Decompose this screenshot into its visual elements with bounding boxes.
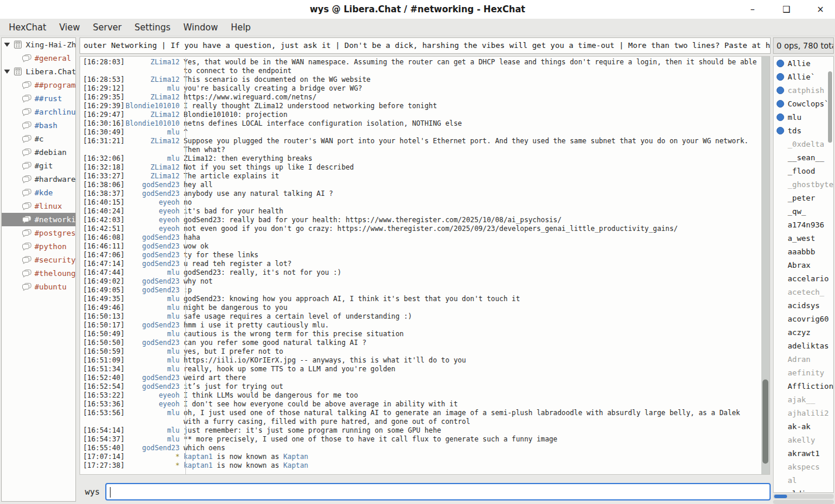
message-nick[interactable]: godSend23: [125, 286, 180, 295]
message-nick[interactable]: *: [125, 461, 180, 470]
userlist-horizontal-scrollbar[interactable]: [773, 494, 834, 499]
tree-channel-row[interactable]: #debian: [2, 146, 75, 159]
message-nick[interactable]: godSend23: [125, 260, 180, 268]
user-list-item[interactable]: acetech_: [774, 285, 833, 299]
user-list-item[interactable]: Cowclops`: [774, 97, 833, 111]
userlist-vertical-scrollbar[interactable]: [828, 57, 833, 493]
tree-channel-row[interactable]: ##rust: [2, 92, 75, 105]
message-nick[interactable]: ZLima12: [125, 58, 180, 67]
userlist-horizontal-scrollbar-track[interactable]: [773, 500, 834, 504]
message-input[interactable]: [105, 483, 771, 500]
tree-channel-row[interactable]: #networking: [2, 213, 75, 226]
user-list-item[interactable]: acovrig60: [774, 312, 833, 326]
message-nick[interactable]: ZLima12: [125, 111, 180, 119]
tree-channel-row[interactable]: #git: [2, 159, 75, 172]
message-nick[interactable]: mlu: [125, 426, 180, 435]
user-list[interactable]: AllieAllie`catphishCowclops`mlutds_0xdel…: [773, 56, 834, 493]
user-list-item[interactable]: mlu: [774, 111, 833, 124]
message-nick[interactable]: Blondie101010: [125, 102, 180, 111]
menu-view[interactable]: View: [53, 20, 87, 35]
maximize-button[interactable]: ❑: [780, 3, 793, 16]
user-list-item[interactable]: akspecs: [774, 460, 833, 474]
user-list-item[interactable]: __sean__: [774, 151, 833, 164]
message-nick[interactable]: ZLima12: [125, 137, 180, 146]
menu-hexchat[interactable]: HexChat: [2, 20, 53, 35]
user-list-item[interactable]: Allie`: [774, 70, 833, 84]
user-list-item[interactable]: aczyz: [774, 326, 833, 339]
user-list-item[interactable]: aefinity: [774, 366, 833, 379]
message-nick[interactable]: eyeoh: [125, 400, 180, 409]
message-nick[interactable]: ZLima12: [125, 172, 180, 181]
user-list-item[interactable]: adeliktas: [774, 339, 833, 353]
message-nick[interactable]: godSend23: [125, 251, 180, 260]
message-nick[interactable]: mlu: [125, 330, 180, 339]
user-list-item[interactable]: akelly: [774, 433, 833, 447]
menu-help[interactable]: Help: [225, 20, 257, 35]
tree-channel-row[interactable]: #general: [2, 51, 75, 65]
user-list-item[interactable]: Allie: [774, 57, 833, 70]
old-nick[interactable]: kaptan1: [184, 453, 213, 461]
message-nick[interactable]: mlu: [125, 365, 180, 374]
message-nick[interactable]: mlu: [125, 435, 180, 444]
user-list-item[interactable]: ajak__: [774, 393, 833, 406]
expander-icon[interactable]: [4, 43, 10, 47]
message-nick[interactable]: godSend23: [125, 242, 180, 251]
user-list-item[interactable]: _ghostbyte: [774, 178, 833, 191]
tree-channel-row[interactable]: ##programming: [2, 78, 75, 92]
menu-window[interactable]: Window: [177, 20, 225, 35]
message-nick[interactable]: ZLima12: [125, 75, 180, 84]
message-nick[interactable]: mlu: [125, 347, 180, 356]
chat-vertical-scrollbar[interactable]: [761, 57, 770, 474]
topic-input[interactable]: outer Networking | If you have a questio…: [80, 37, 771, 54]
user-list-item[interactable]: Affliction: [774, 379, 833, 393]
minimize-button[interactable]: –: [746, 3, 759, 16]
user-list-item[interactable]: Adran: [774, 353, 833, 366]
message-nick[interactable]: eyeoh: [125, 225, 180, 233]
user-list-item[interactable]: ajhalili2: [774, 406, 833, 420]
userlist-hscrollbar-thumb[interactable]: [774, 495, 787, 498]
close-button[interactable]: ×: [814, 3, 827, 16]
message-nick[interactable]: godSend23: [125, 374, 180, 382]
message-nick[interactable]: eyeoh: [125, 207, 180, 216]
user-list-item[interactable]: al: [774, 474, 833, 487]
user-list-item[interactable]: Abrax: [774, 258, 833, 272]
tree-channel-row[interactable]: #bash: [2, 119, 75, 132]
message-nick[interactable]: *: [125, 453, 180, 461]
message-nick[interactable]: godSend23: [125, 444, 180, 453]
server-channel-tree[interactable]: Xing-Hai-Zhang#generalLibera.Chat##progr…: [1, 37, 76, 502]
old-nick[interactable]: kaptan1: [184, 461, 213, 470]
tree-channel-row[interactable]: #kde: [2, 186, 75, 199]
message-nick[interactable]: godSend23: [125, 189, 180, 198]
menu-server[interactable]: Server: [87, 20, 128, 35]
tree-channel-row[interactable]: #c: [2, 132, 75, 146]
message-nick[interactable]: godSend23: [125, 181, 180, 189]
user-list-item[interactable]: akrawt1: [774, 447, 833, 460]
message-nick[interactable]: eyeoh: [125, 198, 180, 207]
tree-server-row[interactable]: Libera.Chat: [2, 65, 75, 78]
message-nick[interactable]: mlu: [125, 84, 180, 93]
tree-channel-row[interactable]: #security: [2, 253, 75, 267]
new-nick[interactable]: Kaptan: [283, 453, 308, 461]
expander-icon[interactable]: [4, 70, 10, 74]
user-list-item[interactable]: accelario: [774, 272, 833, 285]
message-nick[interactable]: mlu: [125, 268, 180, 277]
message-nick[interactable]: ZLima12: [125, 163, 180, 172]
message-nick[interactable]: mlu: [125, 409, 180, 417]
message-nick[interactable]: mlu: [125, 128, 180, 137]
message-nick[interactable]: godSend23: [125, 339, 180, 347]
new-nick[interactable]: Kaptan: [283, 461, 308, 470]
message-nick[interactable]: mlu: [125, 154, 180, 163]
user-list-item[interactable]: a_west: [774, 232, 833, 245]
tree-channel-row[interactable]: #linux: [2, 199, 75, 213]
chat-scrollbar-thumb[interactable]: [762, 379, 768, 464]
tree-channel-row[interactable]: #ubuntu: [2, 280, 75, 294]
user-list-item[interactable]: catphish: [774, 84, 833, 97]
userlist-scrollbar-thumb[interactable]: [828, 71, 832, 143]
user-list-item[interactable]: ak-ak: [774, 420, 833, 433]
tree-channel-row[interactable]: #hardware: [2, 172, 75, 186]
message-nick[interactable]: eyeoh: [125, 391, 180, 400]
user-list-item[interactable]: aaabbb: [774, 245, 833, 258]
user-list-item[interactable]: acidsys: [774, 299, 833, 312]
tree-channel-row[interactable]: #thelounge: [2, 267, 75, 280]
message-nick[interactable]: Blondie101010: [125, 119, 180, 128]
